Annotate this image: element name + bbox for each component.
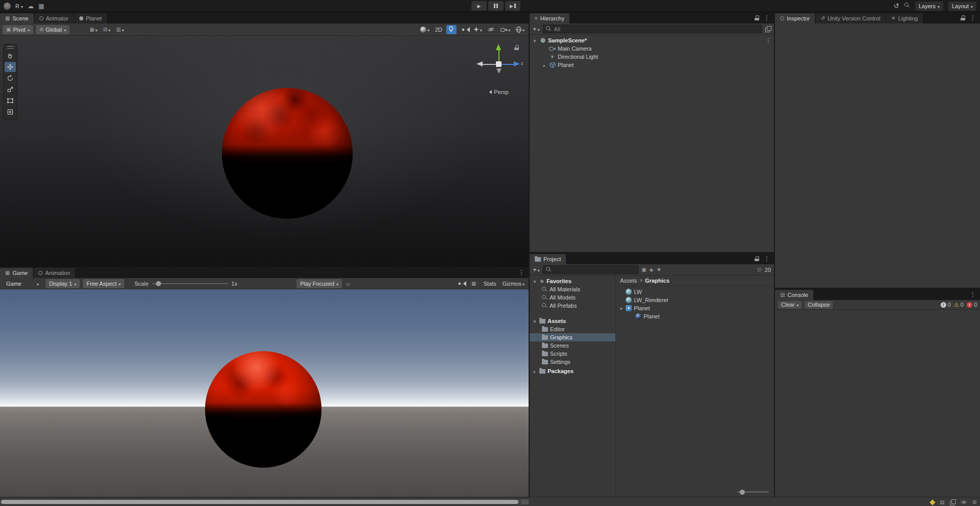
create-asset-button[interactable] — [533, 266, 540, 273]
display-dropdown[interactable]: Display 1 — [45, 279, 80, 288]
console-log-area[interactable] — [775, 310, 980, 497]
step-button[interactable]: ▶ — [505, 1, 520, 11]
expand-arrow-icon[interactable] — [532, 278, 537, 284]
window-grid-icon[interactable]: ▦ — [38, 3, 44, 9]
search-type-icon[interactable]: ▣ — [642, 267, 646, 272]
notifications-blocked-icon[interactable]: ⊘ — [972, 499, 977, 505]
expand-arrow-icon[interactable] — [542, 62, 547, 68]
2d-toggle[interactable]: 2D — [434, 25, 444, 34]
kebab-menu-icon[interactable] — [764, 14, 770, 21]
hidden-packages-icon[interactable]: ∅ — [757, 267, 762, 272]
account-avatar[interactable] — [4, 3, 11, 10]
scale-tool-button[interactable] — [5, 84, 16, 95]
x-axis-cone[interactable] — [476, 61, 483, 66]
rect-tool-button[interactable] — [5, 96, 16, 106]
tab-lighting[interactable]: ☀ Lighting — [886, 13, 923, 24]
kebab-menu-icon[interactable] — [970, 291, 976, 298]
layout-dropdown[interactable]: Layout — [948, 2, 976, 11]
tab-scene[interactable]: ▦ Scene — [0, 13, 34, 24]
hierarchy-search[interactable] — [543, 25, 762, 33]
tab-animator[interactable]: Animator — [34, 13, 74, 24]
clear-button[interactable]: Clear — [778, 301, 802, 309]
scale-slider[interactable] — [152, 283, 229, 284]
tab-game[interactable]: ▦ Game — [0, 268, 33, 278]
layers-dropdown[interactable]: Layers — [915, 2, 943, 11]
kebab-menu-icon[interactable] — [764, 255, 770, 262]
tool-handle-rotation-dropdown[interactable]: ⊕ Global — [36, 25, 70, 34]
hierarchy-item-directional-light[interactable]: ☀ Directional Light — [530, 53, 774, 61]
play-button[interactable]: ▶ — [471, 1, 487, 11]
folder-settings[interactable]: Settings — [530, 358, 616, 366]
tab-planet[interactable]: Planet — [74, 13, 107, 24]
asset-planet-shader[interactable]: Planet — [616, 304, 774, 312]
kebab-menu-icon[interactable] — [970, 14, 976, 21]
account-menu[interactable]: R — [15, 3, 23, 9]
move-tool-button[interactable] — [5, 62, 16, 72]
game-horizontal-scrollbar[interactable] — [0, 499, 529, 504]
scene-visibility-toggle[interactable] — [486, 25, 496, 34]
hierarchy-search-input[interactable] — [554, 26, 759, 32]
metrics-grid-toggle[interactable]: ▦ — [469, 279, 479, 288]
folder-scripts[interactable]: Scripts — [530, 350, 616, 358]
assets-section[interactable]: Assets — [530, 317, 616, 325]
camera-settings-dropdown[interactable] — [499, 25, 512, 34]
thumbnail-zoom-slider[interactable] — [737, 491, 769, 493]
tab-project[interactable]: Project — [530, 254, 566, 264]
packages-section[interactable]: Packages — [530, 367, 616, 375]
kebab-menu-icon[interactable] — [518, 269, 525, 276]
hierarchy-item-scene[interactable]: SampleScene* — [530, 36, 774, 44]
rotate-tool-button[interactable] — [5, 73, 16, 83]
expand-arrow-icon[interactable] — [532, 37, 537, 43]
folder-graphics[interactable]: Graphics — [530, 333, 616, 341]
error-count-toggle[interactable]: 0 — [967, 302, 977, 308]
warning-count-toggle[interactable]: 0 — [954, 302, 964, 308]
hierarchy-item-main-camera[interactable]: Main Camera — [530, 44, 774, 53]
scene-audio-toggle[interactable] — [459, 25, 469, 34]
undo-history-icon[interactable]: ↺ — [894, 2, 899, 10]
favorite-all-materials[interactable]: All Materials — [530, 285, 616, 293]
expand-arrow-icon[interactable] — [532, 368, 537, 374]
favorites-section[interactable]: Favorites — [530, 277, 616, 285]
scene-lighting-toggle[interactable] — [446, 25, 457, 34]
drag-handle-icon[interactable] — [7, 46, 14, 49]
snap-increment-dropdown[interactable]: ▥ — [115, 25, 125, 34]
lock-icon[interactable] — [961, 15, 966, 20]
tab-version-control[interactable]: ↺ Unity Version Control — [815, 13, 885, 24]
hand-tool-button[interactable] — [5, 51, 16, 61]
zoom-slider-thumb[interactable] — [740, 490, 745, 495]
game-viewport[interactable] — [0, 289, 529, 497]
eye-status-icon[interactable] — [961, 499, 967, 505]
breadcrumb-current[interactable]: Graphics — [645, 278, 670, 284]
draw-mode-dropdown[interactable] — [419, 25, 431, 34]
gizmos-dropdown[interactable] — [514, 25, 526, 34]
stats-toggle[interactable]: Stats — [482, 279, 498, 288]
tool-handle-pivot-dropdown[interactable]: ▣ Pivot — [3, 25, 33, 34]
aspect-ratio-dropdown[interactable]: Free Aspect — [83, 279, 124, 288]
favorite-all-prefabs[interactable]: All Prefabs — [530, 302, 616, 310]
scene-viewport[interactable]: z Persp — [0, 36, 529, 267]
search-icon[interactable] — [904, 3, 910, 9]
pause-button[interactable] — [488, 1, 504, 11]
scale-slider-thumb[interactable] — [156, 281, 161, 286]
lock-icon[interactable] — [755, 15, 760, 20]
down-axis-cone[interactable] — [496, 68, 502, 74]
asset-lw[interactable]: LW — [616, 288, 774, 296]
project-search[interactable] — [543, 265, 639, 274]
layout-status-icon[interactable] — [950, 499, 955, 505]
scene-options-icon[interactable] — [765, 37, 771, 44]
frame-debugger-icon[interactable]: ☼ — [345, 281, 351, 287]
game-gizmos-dropdown[interactable]: Gizmos — [501, 279, 526, 288]
breadcrumb-root[interactable]: Assets — [620, 278, 637, 284]
tab-hierarchy[interactable]: ≡ Hierarchy — [530, 13, 569, 24]
folder-editor[interactable]: Editor — [530, 325, 616, 333]
gizmo-center-cube[interactable] — [496, 61, 502, 67]
project-search-input[interactable] — [554, 267, 635, 273]
overlay-lock-icon[interactable] — [514, 45, 519, 50]
transform-tool-button[interactable] — [5, 107, 16, 117]
create-object-button[interactable] — [533, 25, 540, 33]
z-axis-cone[interactable] — [514, 61, 520, 66]
asset-planet-material[interactable]: Planet — [616, 312, 774, 320]
info-count-toggle[interactable]: 0 — [941, 302, 951, 308]
hierarchy-item-planet[interactable]: Planet — [530, 61, 774, 69]
activity-progress-icon[interactable] — [930, 499, 936, 505]
